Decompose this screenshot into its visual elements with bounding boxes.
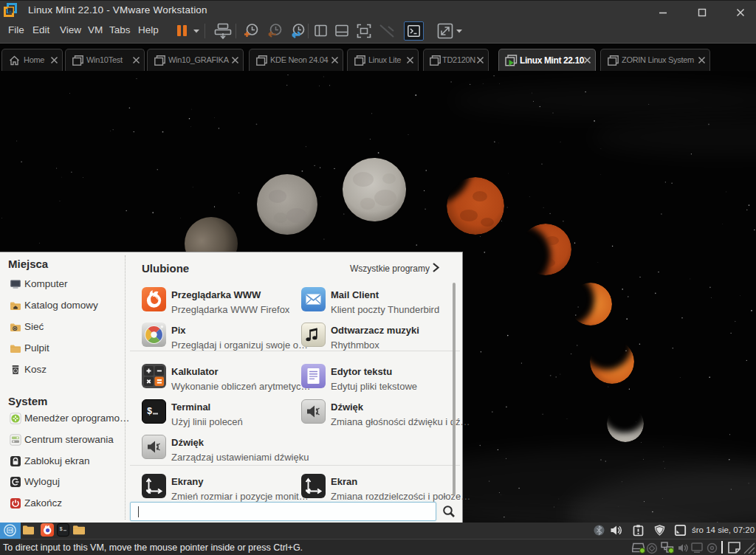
svg-text:$: $ [60,526,63,532]
svg-text:$: $ [147,407,152,417]
